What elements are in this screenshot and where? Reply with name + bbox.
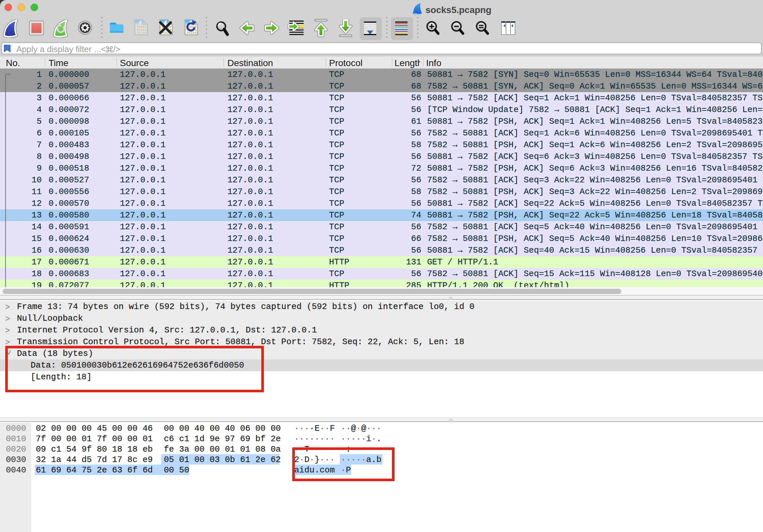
svg-text:01110: 01110 bbox=[137, 31, 146, 35]
svg-text:01110: 01110 bbox=[187, 31, 196, 35]
